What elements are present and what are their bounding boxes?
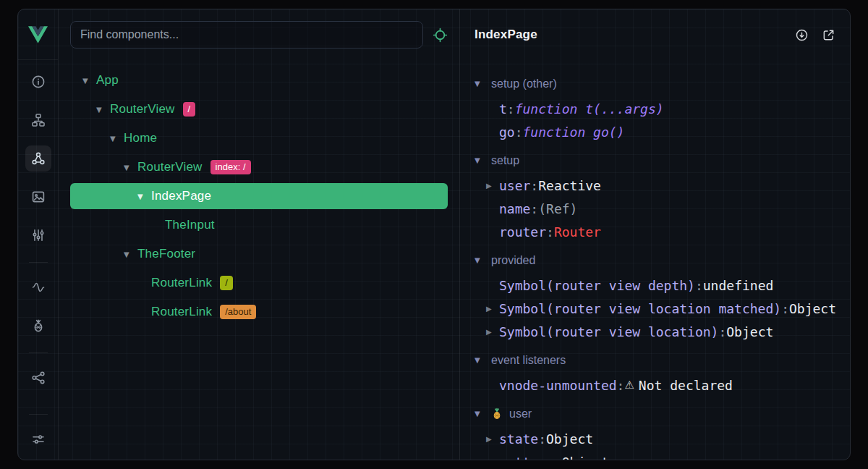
property-row: Symbol(router view depth) : undefined [475, 274, 850, 297]
tree-item-routerview[interactable]: ▼RouterViewindex: / [70, 153, 448, 182]
component-name: RouterLink [151, 305, 212, 319]
section-header[interactable]: ▼setup (other) [475, 70, 850, 97]
caret-right-icon[interactable]: ▶ [486, 328, 499, 336]
section-header[interactable]: ▼setup [475, 147, 850, 174]
component-name: App [96, 73, 119, 88]
graph-icon [31, 371, 46, 385]
tree-item-thefooter[interactable]: ▼TheFooter [70, 240, 448, 269]
info-icon [31, 75, 46, 89]
components-icon [31, 151, 46, 166]
component-name: TheInput [165, 218, 215, 232]
inspector-panel: IndexPage ▼setup (other)t : function t(.… [459, 9, 850, 460]
property-value: function go() [523, 124, 625, 140]
tree-item-theinput[interactable]: TheInput [70, 211, 448, 240]
component-tree: ▼App▼RouterView/▼Home▼RouterViewindex: /… [59, 60, 459, 326]
sidebar-divider [29, 352, 48, 353]
sidebar-item-component-tree[interactable] [25, 107, 51, 133]
route-badge: index: / [210, 160, 251, 174]
caret-down-icon[interactable]: ▼ [96, 106, 110, 114]
sidebar-item-timeline[interactable] [25, 274, 51, 300]
property-value: undefined [703, 278, 774, 293]
property-row: go : function go() [475, 120, 850, 143]
open-in-editor-button[interactable] [822, 28, 835, 42]
inspector-sections: ▼setup (other)t : function t(...args)go … [460, 60, 850, 460]
sidebar-item-pinia[interactable] [25, 313, 51, 339]
caret-right-icon[interactable]: ▶ [486, 458, 499, 460]
property-row[interactable]: ▶getters : Object [475, 450, 850, 460]
property-value: Object [562, 455, 609, 460]
component-tree-icon [31, 113, 46, 127]
property-key: vnode-unmounted [499, 378, 617, 393]
property-value: Object [546, 431, 593, 447]
tree-item-home[interactable]: ▼Home [70, 124, 448, 153]
inspector-title: IndexPage [475, 28, 537, 42]
colon: : [695, 278, 703, 293]
caret-right-icon[interactable]: ▶ [486, 182, 499, 190]
caret-right-icon[interactable]: ▶ [486, 305, 499, 313]
vue-devtools-window: ▼App▼RouterView/▼Home▼RouterViewindex: /… [17, 9, 851, 460]
property-key: go [499, 124, 515, 140]
sidebar-item-graph[interactable] [25, 365, 51, 391]
tree-item-routerlink[interactable]: RouterLink/about [70, 297, 448, 326]
section-header[interactable]: ▼event listeners [475, 347, 850, 373]
pinia-icon [491, 407, 503, 420]
component-name: IndexPage [151, 189, 211, 203]
component-name: Home [124, 131, 157, 145]
search-input[interactable] [80, 28, 413, 41]
search-box[interactable] [70, 21, 423, 48]
caret-down-icon: ▼ [475, 410, 485, 418]
caret-down-icon[interactable]: ▼ [124, 250, 137, 258]
component-tree-panel: ▼App▼RouterView/▼Home▼RouterViewindex: /… [59, 9, 459, 460]
caret-down-icon[interactable]: ▼ [110, 135, 124, 143]
property-row: name : (Ref) [475, 197, 850, 220]
caret-down-icon[interactable]: ▼ [82, 77, 96, 85]
property-key: Symbol(router view location) [499, 324, 718, 339]
section-title: setup [491, 154, 519, 167]
caret-down-icon: ▼ [475, 256, 485, 264]
scroll-to-component-button[interactable] [795, 28, 809, 42]
caret-down-icon[interactable]: ▼ [137, 193, 151, 200]
assets-icon [31, 228, 46, 242]
property-value: Router [554, 224, 601, 240]
property-row[interactable]: ▶state : Object [475, 427, 850, 450]
section-header[interactable]: ▼provided [475, 247, 850, 274]
tree-item-app[interactable]: ▼App [70, 66, 448, 95]
tree-item-routerlink[interactable]: RouterLink/ [70, 269, 448, 297]
colon: : [538, 431, 546, 447]
sidebar-item-settings[interactable] [25, 426, 51, 452]
section-title: provided [491, 254, 535, 267]
component-name: RouterView [110, 102, 175, 117]
property-row[interactable]: ▶user : Reactive [475, 174, 850, 197]
section-header[interactable]: ▼user [475, 400, 850, 427]
caret-down-icon: ▼ [475, 156, 485, 164]
component-name: RouterView [137, 160, 203, 174]
caret-down-icon: ▼ [475, 356, 485, 364]
inspector-header: IndexPage [460, 9, 850, 60]
pages-icon [31, 190, 46, 204]
property-row: t : function t(...args) [475, 97, 850, 120]
colon: : [507, 101, 515, 117]
target-crosshair-icon [433, 28, 448, 43]
property-value: Not declared [639, 378, 733, 393]
property-row[interactable]: ▶Symbol(router view location matched) : … [475, 297, 850, 320]
property-key: user [499, 178, 530, 193]
caret-right-icon[interactable]: ▶ [486, 435, 499, 443]
tree-item-routerview[interactable]: ▼RouterView/ [70, 95, 448, 124]
pick-component-button[interactable] [433, 28, 448, 43]
sidebar-item-pages[interactable] [25, 184, 51, 210]
sidebar-item-info[interactable] [25, 69, 51, 95]
property-row[interactable]: ▶Symbol(router view location) : Object [475, 320, 850, 343]
inspector-section: ▼event listenersvnode-unmounted : ⚠Not d… [475, 347, 850, 397]
inspector-section: ▼providedSymbol(router view depth) : und… [475, 247, 850, 343]
route-badge: / [183, 102, 196, 117]
tree-item-indexpage[interactable]: ▼IndexPage [70, 183, 448, 209]
property-key: router [499, 224, 546, 240]
sidebar-item-components[interactable] [25, 145, 51, 172]
sidebar-item-assets[interactable] [25, 222, 51, 248]
colon: : [546, 224, 554, 240]
tree-header [59, 9, 459, 60]
caret-down-icon[interactable]: ▼ [124, 164, 137, 172]
caret-down-icon: ▼ [475, 80, 485, 88]
colon: : [530, 201, 538, 216]
component-name: TheFooter [137, 247, 195, 261]
